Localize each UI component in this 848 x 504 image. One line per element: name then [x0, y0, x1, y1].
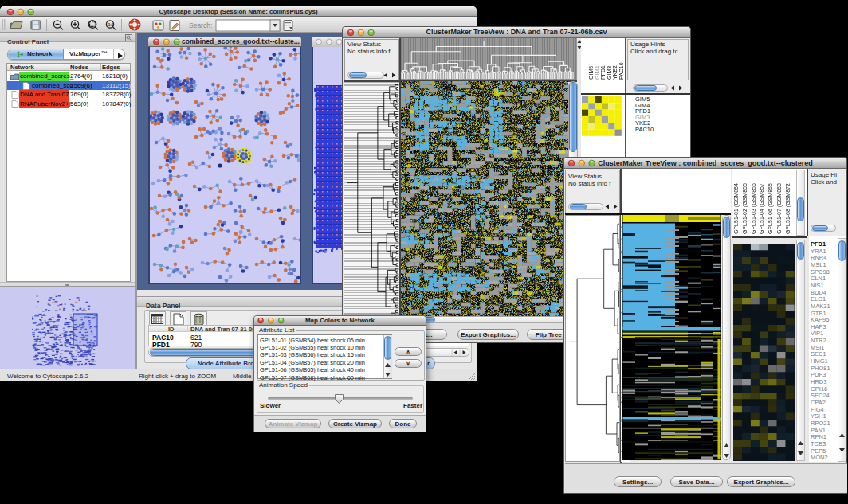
svg-text:Search:: Search: [189, 21, 212, 29]
svg-text:1:1: 1:1 [108, 23, 114, 27]
